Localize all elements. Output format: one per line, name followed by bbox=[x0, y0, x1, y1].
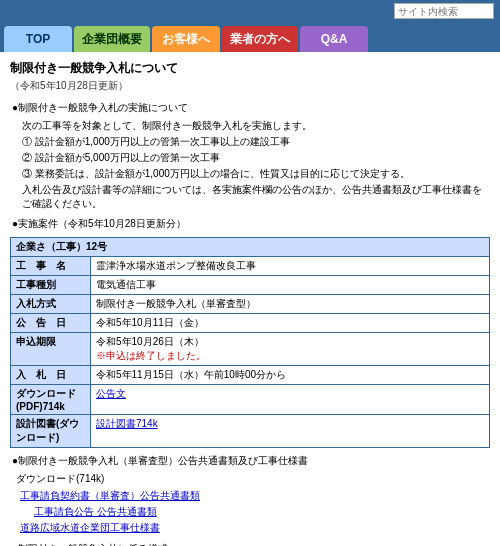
intro-line-0: 次の工事等を対象として、制限付き一般競争入札を実施します。 bbox=[10, 119, 490, 133]
project-table: 企業さ（工事）12号 工 事 名 霊津浄水場水道ポンプ整備改良工事 工事種別 電… bbox=[10, 237, 490, 448]
field-label-method: 入札方式 bbox=[11, 295, 91, 314]
field-label-name: 工 事 名 bbox=[11, 257, 91, 276]
table-row: 申込期限 令和5年10月26日（木） ※申込は終了しました。 bbox=[11, 333, 490, 366]
field-label-design: 設計図書(ダウンロード) bbox=[11, 415, 91, 448]
nav-top[interactable]: TOP bbox=[4, 26, 72, 52]
intro-heading: ●制限付き一般競争入札の実施について bbox=[10, 101, 490, 115]
table-row: 工 事 名 霊津浄水場水道ポンプ整備改良工事 bbox=[11, 257, 490, 276]
field-value-download[interactable]: 公告文 bbox=[91, 385, 490, 415]
table-row: 設計図書(ダウンロード) 設計図書714k bbox=[11, 415, 490, 448]
table-row: 公 告 日 令和5年10月11日（金） bbox=[11, 314, 490, 333]
intro-line-3: ③ 業務委託は、設計金額が1,000万円以上の場合に、性質又は目的に応じて決定す… bbox=[10, 167, 490, 181]
field-value-method: 制限付き一般競争入札（単審査型） bbox=[91, 295, 490, 314]
field-label-type: 工事種別 bbox=[11, 276, 91, 295]
nav-bar: TOP 企業団概要 お客様へ 業者の方へ Q&A bbox=[0, 22, 500, 52]
search-input[interactable] bbox=[394, 3, 494, 19]
table-row: 入札方式 制限付き一般競争入札（単審査型） bbox=[11, 295, 490, 314]
section2-link-0[interactable]: 工事請負契約書（単審査）公告共通書類 bbox=[20, 488, 490, 504]
field-value-announce: 令和5年10月11日（金） bbox=[91, 314, 490, 333]
main-content: 制限付き一般競争入札について （令和5年10月28日更新） ●制限付き一般競争入… bbox=[0, 52, 500, 546]
field-value-bidday: 令和5年11月15日（水）午前10時00分から bbox=[91, 366, 490, 385]
page-title: 制限付き一般競争入札について bbox=[10, 60, 490, 77]
section1-heading: ●実施案件（令和5年10月28日更新分） bbox=[10, 217, 490, 231]
project-id: 企業さ（工事）12号 bbox=[11, 238, 490, 257]
section2-links: 工事請負契約書（単審査）公告共通書類 工事請負公告 公告共通書類 道路広域水道企… bbox=[10, 488, 490, 536]
field-value-type: 電気通信工事 bbox=[91, 276, 490, 295]
top-bar: サイト内検索 bbox=[0, 0, 500, 22]
page-subtitle: （令和5年10月28日更新） bbox=[10, 79, 490, 93]
table-row: 入 札 日 令和5年11月15日（水）午前10時00分から bbox=[11, 366, 490, 385]
intro-line-2: ② 設計金額が5,000万円以上の管第一次工事 bbox=[10, 151, 490, 165]
deadline-note: ※申込は終了しました。 bbox=[96, 350, 206, 361]
field-label-bidday: 入 札 日 bbox=[11, 366, 91, 385]
field-value-name: 霊津浄水場水道ポンプ整備改良工事 bbox=[91, 257, 490, 276]
table-row: 企業さ（工事）12号 bbox=[11, 238, 490, 257]
table-row: ダウンロード(PDF)714k 公告文 bbox=[11, 385, 490, 415]
table-row: 工事種別 電気通信工事 bbox=[11, 276, 490, 295]
public-notice-link[interactable]: 公告文 bbox=[96, 388, 126, 399]
field-value-design[interactable]: 設計図書714k bbox=[91, 415, 490, 448]
intro-line-4: 入札公告及び設計書等の詳細については、各実施案件欄の公告のほか、公告共通書類及び… bbox=[10, 183, 490, 211]
field-value-deadline: 令和5年10月26日（木） ※申込は終了しました。 bbox=[91, 333, 490, 366]
section2-heading: ●制限付き一般競争入札（単審査型）公告共通書類及び工事仕様書 bbox=[10, 454, 490, 468]
field-label-deadline: 申込期限 bbox=[11, 333, 91, 366]
nav-expert[interactable]: 業者の方へ bbox=[222, 26, 298, 52]
section2-download-label: ダウンロード(714k) bbox=[10, 472, 490, 486]
field-label-announce: 公 告 日 bbox=[11, 314, 91, 333]
section2-link-2[interactable]: 道路広域水道企業団工事仕様書 bbox=[20, 520, 490, 536]
intro-line-1: ① 設計金額が1,000万円以上の管第一次工事以上の建設工事 bbox=[10, 135, 490, 149]
nav-customer[interactable]: お客様へ bbox=[152, 26, 220, 52]
field-label-download: ダウンロード(PDF)714k bbox=[11, 385, 91, 415]
section3-heading: ●制限付き一般競争入札に係る様式 bbox=[10, 542, 490, 546]
design-doc-link[interactable]: 設計図書714k bbox=[96, 418, 158, 429]
nav-company[interactable]: 企業団概要 bbox=[74, 26, 150, 52]
section2-link-1[interactable]: 工事請負公告 公告共通書類 bbox=[20, 504, 490, 520]
nav-qa[interactable]: Q&A bbox=[300, 26, 368, 52]
